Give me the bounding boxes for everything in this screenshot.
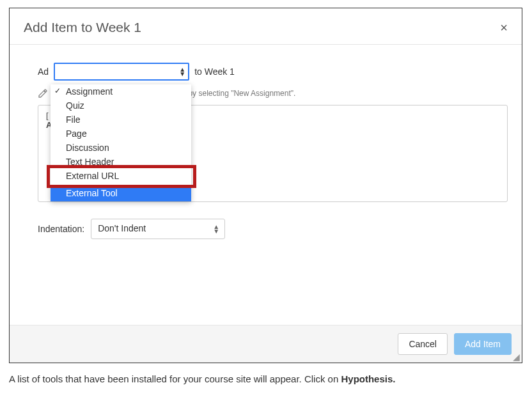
dropdown-item-label: File xyxy=(66,114,81,125)
dropdown-item-text-header[interactable]: Text Header xyxy=(51,155,191,169)
resize-grip-icon[interactable]: ◢ xyxy=(513,354,520,361)
cancel-button[interactable]: Cancel xyxy=(398,333,448,355)
item-type-dropdown: ✓ Assignment Quiz File Page Discussion T… xyxy=(51,84,191,201)
add-label-prefix: Ad xyxy=(38,66,49,77)
dropdown-item-label: Page xyxy=(66,129,87,139)
dropdown-item-quiz[interactable]: Quiz xyxy=(51,98,191,113)
close-icon[interactable]: × xyxy=(500,21,508,34)
indentation-label: Indentation: xyxy=(38,224,84,234)
dropdown-item-page[interactable]: Page xyxy=(51,127,191,141)
caption-text: A list of tools that have been installed… xyxy=(9,373,341,384)
dialog-footer: Cancel Add Item ◢ xyxy=(10,325,522,363)
dropdown-item-label: Assignment xyxy=(66,86,113,97)
add-item-button[interactable]: Add Item xyxy=(454,333,512,355)
dropdown-item-file[interactable]: File xyxy=(51,113,191,127)
edit-icon xyxy=(38,88,48,98)
dropdown-item-label: Quiz xyxy=(66,100,84,111)
dropdown-item-label: External URL xyxy=(66,171,119,181)
dropdown-item-label: External Tool xyxy=(66,188,118,198)
dropdown-item-label: Discussion xyxy=(66,143,109,153)
dropdown-item-assignment[interactable]: ✓ Assignment xyxy=(51,84,191,98)
item-type-select[interactable]: ▲▼ xyxy=(54,63,189,81)
dropdown-item-discussion[interactable]: Discussion xyxy=(51,141,191,155)
caption-bold: Hypothesis. xyxy=(341,373,395,384)
instruction-caption: A list of tools that have been installed… xyxy=(9,373,524,384)
add-item-dialog: Add Item to Week 1 × Ad ▲▼ to Week 1 wit… xyxy=(9,8,522,363)
dropdown-item-external-tool[interactable]: External Tool xyxy=(51,185,191,201)
add-label-suffix: to Week 1 xyxy=(194,66,235,77)
select-arrows-icon: ▲▼ xyxy=(213,224,219,233)
dialog-title: Add Item to Week 1 xyxy=(24,20,141,35)
check-icon: ✓ xyxy=(54,86,61,95)
add-row: Ad ▲▼ to Week 1 xyxy=(38,63,508,81)
dropdown-item-label: Text Header xyxy=(66,157,114,167)
select-arrows-icon: ▲▼ xyxy=(179,67,185,76)
dialog-header: Add Item to Week 1 × xyxy=(10,8,522,45)
indentation-value: Don't Indent xyxy=(98,223,146,233)
indentation-row: Indentation: Don't Indent ▲▼ xyxy=(38,219,508,239)
dropdown-item-external-url[interactable]: External URL xyxy=(51,169,191,183)
indentation-select[interactable]: Don't Indent ▲▼ xyxy=(91,219,225,239)
